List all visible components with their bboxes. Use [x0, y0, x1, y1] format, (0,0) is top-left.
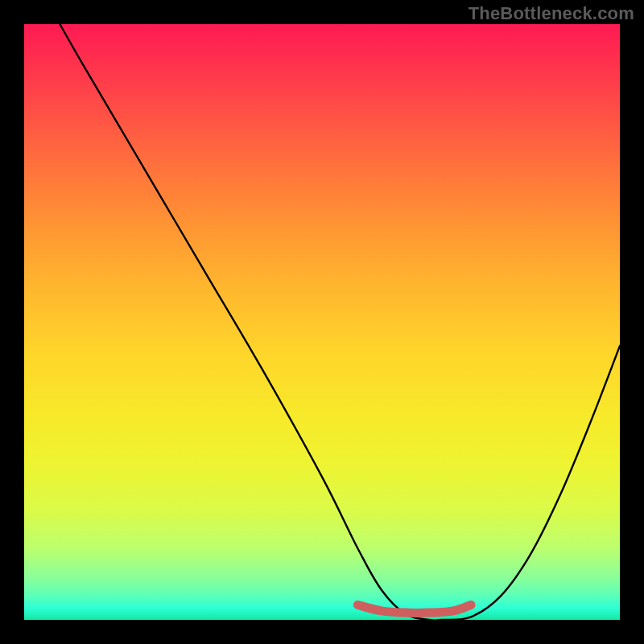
gradient-plot-area — [24, 24, 620, 620]
attribution-text: TheBottleneck.com — [469, 3, 634, 24]
chart-svg — [24, 24, 620, 620]
flat-segment-path — [357, 605, 471, 613]
v-curve-path — [60, 24, 620, 620]
